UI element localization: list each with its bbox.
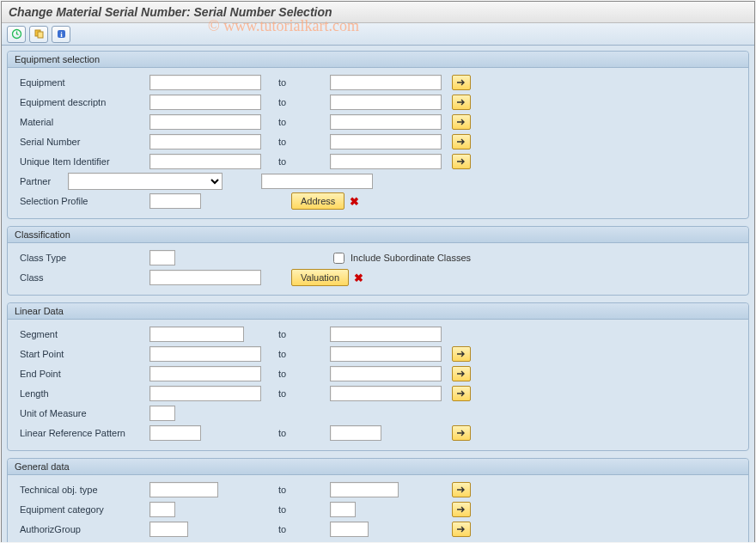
end-point-from-input[interactable] — [149, 366, 261, 381]
start-point-to-input[interactable] — [330, 346, 442, 362]
arrow-right-icon — [456, 118, 466, 126]
to-label: to — [261, 117, 330, 127]
content-area: Equipment selection Equipment to Equipme… — [2, 46, 754, 542]
label-material: Material — [16, 117, 149, 127]
partner-value-input[interactable] — [261, 174, 373, 189]
to-label: to — [261, 369, 330, 379]
multiple-selection-button[interactable] — [452, 386, 471, 401]
group-title-general: General data — [8, 459, 748, 475]
multiple-selection-button[interactable] — [452, 502, 471, 517]
arrow-right-icon — [456, 389, 466, 398]
to-label: to — [261, 524, 330, 534]
class-input[interactable] — [149, 270, 261, 285]
multiple-selection-button[interactable] — [452, 75, 471, 90]
address-button[interactable]: Address — [291, 192, 344, 210]
multiple-selection-button[interactable] — [452, 482, 471, 497]
serial-number-to-input[interactable] — [330, 134, 442, 149]
arrow-right-icon — [456, 485, 466, 494]
svg-rect-2 — [38, 32, 43, 38]
selection-profile-input[interactable] — [149, 193, 201, 209]
equipment-descriptn-to-input[interactable] — [330, 95, 442, 110]
arrow-right-icon — [456, 429, 466, 437]
label-partner: Partner — [16, 176, 68, 186]
equipment-to-input[interactable] — [330, 75, 442, 90]
label-class: Class — [16, 272, 149, 283]
group-title-equipment: Equipment selection — [8, 52, 748, 68]
uom-input[interactable] — [149, 406, 175, 421]
tech-obj-type-to-input[interactable] — [330, 482, 399, 497]
arrow-right-icon — [456, 78, 466, 87]
arrow-right-icon — [456, 157, 466, 166]
material-to-input[interactable] — [330, 114, 442, 130]
info-icon: i — [56, 28, 67, 40]
equipment-from-input[interactable] — [149, 75, 261, 90]
unique-item-id-to-input[interactable] — [330, 154, 442, 169]
partner-select[interactable] — [68, 173, 223, 190]
page-title: Change Material Serial Number: Serial Nu… — [2, 2, 754, 23]
lrp-from-input[interactable] — [149, 425, 201, 441]
get-variant-button[interactable] — [29, 26, 48, 43]
unique-item-id-from-input[interactable] — [149, 154, 261, 169]
label-segment: Segment — [16, 329, 149, 339]
include-sub-classes-input[interactable] — [333, 253, 344, 264]
label-lrp: Linear Reference Pattern — [16, 428, 149, 438]
group-general-data: General data Technical obj. type to Equi… — [7, 458, 749, 542]
delete-valuation-button[interactable]: ✖ — [354, 272, 363, 284]
label-serial-number: Serial Number — [16, 137, 149, 147]
multiple-selection-button[interactable] — [452, 366, 471, 381]
arrow-right-icon — [456, 525, 466, 534]
arrow-right-icon — [456, 350, 466, 358]
delete-address-button[interactable]: ✖ — [350, 195, 359, 208]
to-label: to — [261, 428, 330, 438]
to-label: to — [261, 329, 330, 339]
end-point-to-input[interactable] — [330, 366, 442, 381]
to-label: to — [261, 504, 330, 515]
serial-number-from-input[interactable] — [149, 134, 261, 149]
label-equipment-descriptn: Equipment descriptn — [16, 97, 149, 107]
multiple-selection-button[interactable] — [452, 134, 471, 149]
to-label: to — [261, 137, 330, 147]
info-button[interactable]: i — [52, 26, 70, 43]
multiple-selection-button[interactable] — [452, 522, 471, 537]
execute-button[interactable] — [7, 26, 26, 43]
include-sub-classes-checkbox[interactable]: Include Subordinate Classes — [330, 250, 471, 266]
authoriz-group-to-input[interactable] — [330, 522, 369, 537]
to-label: to — [261, 77, 330, 88]
clock-icon — [11, 28, 22, 40]
lrp-to-input[interactable] — [330, 425, 381, 441]
segment-to-input[interactable] — [330, 326, 442, 342]
label-end-point: End Point — [16, 369, 149, 379]
label-unique-item-id: Unique Item Identifier — [16, 156, 149, 167]
label-uom: Unit of Measure — [16, 408, 149, 418]
length-to-input[interactable] — [330, 386, 442, 401]
class-type-input[interactable] — [149, 250, 175, 265]
multiple-selection-button[interactable] — [452, 114, 471, 130]
to-label: to — [261, 349, 330, 359]
label-start-point: Start Point — [16, 349, 149, 359]
valuation-button[interactable]: Valuation — [291, 269, 349, 286]
length-from-input[interactable] — [149, 386, 261, 401]
equip-category-from-input[interactable] — [149, 502, 175, 517]
arrow-right-icon — [456, 98, 466, 107]
segment-from-input[interactable] — [149, 326, 244, 342]
multiple-selection-button[interactable] — [452, 425, 471, 441]
equipment-descriptn-from-input[interactable] — [149, 95, 261, 110]
authoriz-group-from-input[interactable] — [149, 522, 188, 537]
arrow-right-icon — [456, 137, 466, 146]
start-point-from-input[interactable] — [149, 346, 261, 362]
group-classification: Classification Class Type Include Subord… — [7, 226, 749, 296]
multiple-selection-button[interactable] — [452, 346, 471, 362]
multiple-selection-button[interactable] — [452, 95, 471, 110]
include-sub-classes-label: Include Subordinate Classes — [351, 253, 471, 263]
to-label: to — [261, 97, 330, 107]
equip-category-to-input[interactable] — [330, 502, 356, 517]
label-class-type: Class Type — [16, 253, 149, 263]
to-label: to — [261, 485, 330, 495]
label-equip-category: Equipment category — [16, 504, 149, 515]
tech-obj-type-from-input[interactable] — [149, 482, 218, 497]
multiple-selection-button[interactable] — [452, 154, 471, 169]
label-equipment: Equipment — [16, 77, 149, 88]
material-from-input[interactable] — [149, 114, 261, 130]
group-title-linear: Linear Data — [8, 303, 748, 320]
toolbar: i — [2, 23, 754, 46]
